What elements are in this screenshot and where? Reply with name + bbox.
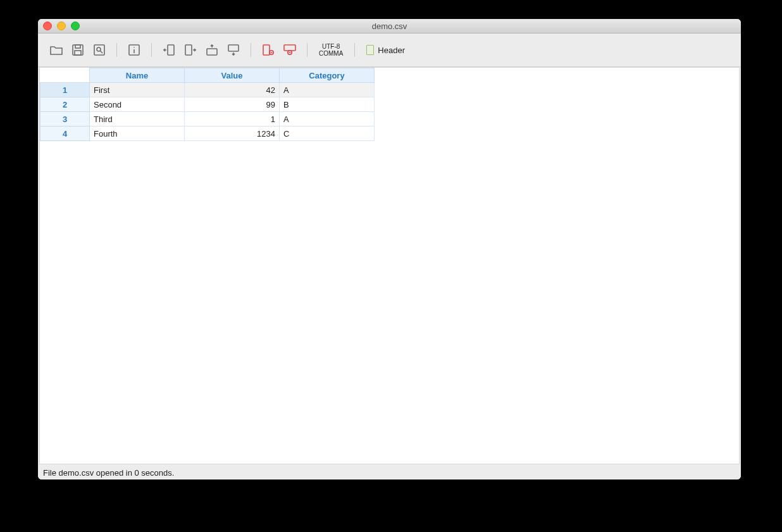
insert-column-left-button[interactable] bbox=[159, 40, 178, 59]
row-number[interactable]: 1 bbox=[40, 83, 90, 97]
table-row[interactable]: 3Third1A bbox=[40, 112, 375, 127]
column-header-value[interactable]: Value bbox=[185, 68, 280, 83]
svg-rect-10 bbox=[228, 45, 239, 51]
svg-rect-1 bbox=[75, 45, 80, 48]
svg-rect-3 bbox=[94, 45, 104, 55]
table-row[interactable]: 2Second99B bbox=[40, 97, 375, 112]
cell-value[interactable]: 99 bbox=[185, 97, 280, 112]
insert-row-below-button[interactable] bbox=[224, 40, 243, 59]
svg-rect-2 bbox=[75, 51, 81, 55]
insert-column-left-icon bbox=[163, 44, 175, 56]
delete-column-icon bbox=[263, 44, 274, 56]
titlebar: demo.csv bbox=[38, 19, 741, 34]
svg-rect-8 bbox=[185, 45, 192, 55]
cell-category[interactable]: C bbox=[280, 127, 375, 141]
toolbar-separator bbox=[251, 43, 251, 57]
header-row: Name Value Category bbox=[40, 68, 375, 83]
header-toggle-swatch-icon bbox=[366, 45, 374, 55]
row-number[interactable]: 4 bbox=[40, 127, 90, 141]
save-file-button[interactable] bbox=[68, 40, 87, 59]
header-toggle[interactable]: Header bbox=[363, 40, 409, 59]
toolbar: UTF-8COMMA Header bbox=[38, 34, 741, 67]
toolbar-separator bbox=[354, 43, 355, 57]
encoding-line2: COMMA bbox=[319, 50, 343, 57]
toolbar-separator bbox=[307, 43, 307, 57]
toolbar-separator bbox=[116, 43, 117, 57]
svg-rect-11 bbox=[263, 45, 270, 55]
toolbar-separator bbox=[151, 43, 152, 57]
cell-value[interactable]: 1234 bbox=[185, 127, 280, 141]
encoding-indicator[interactable]: UTF-8COMMA bbox=[315, 43, 347, 57]
spreadsheet-viewport[interactable]: Name Value Category 1First42A2Second99B3… bbox=[39, 67, 740, 464]
window-title: demo.csv bbox=[38, 22, 741, 31]
open-icon bbox=[50, 45, 63, 55]
status-message: File demo.csv opened in 0 seconds. bbox=[43, 468, 174, 478]
insert-column-right-icon bbox=[185, 44, 196, 56]
svg-point-6 bbox=[133, 47, 135, 48]
header-toggle-label: Header bbox=[378, 46, 405, 55]
row-number[interactable]: 3 bbox=[40, 112, 90, 127]
insert-row-above-button[interactable] bbox=[202, 40, 221, 59]
cell-name[interactable]: Fourth bbox=[90, 127, 185, 141]
cell-name[interactable]: Third bbox=[90, 112, 185, 127]
save-search-button[interactable] bbox=[90, 40, 109, 59]
save-icon bbox=[72, 44, 84, 56]
table-row[interactable]: 4Fourth1234C bbox=[40, 127, 375, 141]
column-header-category[interactable]: Category bbox=[280, 68, 375, 83]
svg-rect-13 bbox=[284, 45, 295, 51]
table-row[interactable]: 1First42A bbox=[40, 83, 375, 97]
svg-rect-7 bbox=[168, 45, 174, 55]
row-number[interactable]: 2 bbox=[40, 97, 90, 112]
zoom-window-button[interactable] bbox=[71, 22, 80, 30]
status-bar: File demo.csv opened in 0 seconds. bbox=[38, 466, 741, 479]
insert-column-right-button[interactable] bbox=[181, 40, 200, 59]
svg-rect-9 bbox=[207, 49, 217, 55]
delete-row-button[interactable] bbox=[280, 40, 299, 59]
delete-column-button[interactable] bbox=[259, 40, 278, 59]
data-table: Name Value Category 1First42A2Second99B3… bbox=[40, 68, 375, 141]
column-header-name[interactable]: Name bbox=[90, 68, 185, 83]
insert-row-below-icon bbox=[228, 44, 239, 56]
cell-category[interactable]: B bbox=[280, 97, 375, 112]
cell-category[interactable]: A bbox=[280, 83, 375, 97]
cell-value[interactable]: 42 bbox=[185, 83, 280, 97]
delete-row-icon bbox=[283, 44, 296, 56]
cell-name[interactable]: Second bbox=[90, 97, 185, 112]
traffic-lights bbox=[38, 22, 80, 30]
insert-row-above-icon bbox=[206, 44, 218, 56]
encoding-line1: UTF-8 bbox=[322, 43, 340, 50]
info-icon bbox=[128, 44, 140, 56]
cell-name[interactable]: First bbox=[90, 83, 185, 97]
app-window: demo.csv bbox=[38, 19, 741, 479]
info-button[interactable] bbox=[125, 40, 144, 59]
cell-value[interactable]: 1 bbox=[185, 112, 280, 127]
save-search-icon bbox=[94, 44, 105, 56]
cell-category[interactable]: A bbox=[280, 112, 375, 127]
close-window-button[interactable] bbox=[43, 22, 52, 30]
minimize-window-button[interactable] bbox=[57, 22, 66, 30]
header-corner[interactable] bbox=[40, 68, 90, 83]
open-file-button[interactable] bbox=[47, 40, 66, 59]
